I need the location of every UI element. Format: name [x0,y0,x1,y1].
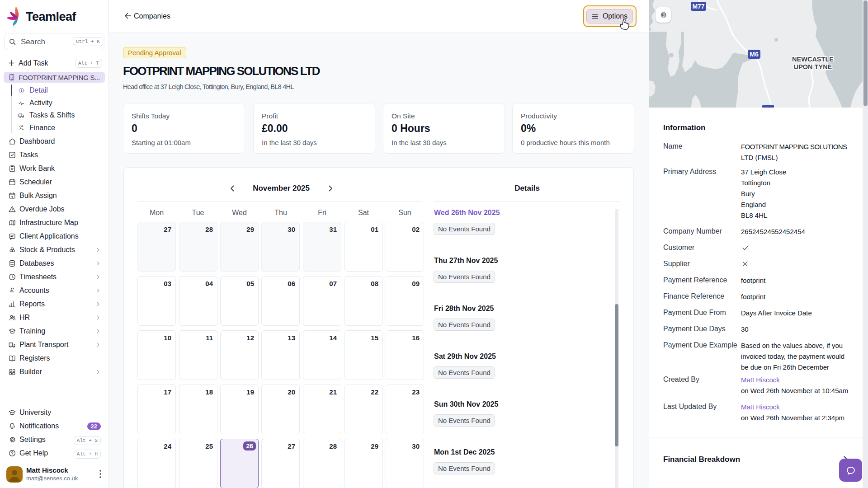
svg-text:UPON TYNE: UPON TYNE [794,63,832,70]
svg-text:M6: M6 [750,51,759,58]
svg-text:M77: M77 [692,3,704,10]
svg-text:NEWCASTLE: NEWCASTLE [792,56,834,63]
